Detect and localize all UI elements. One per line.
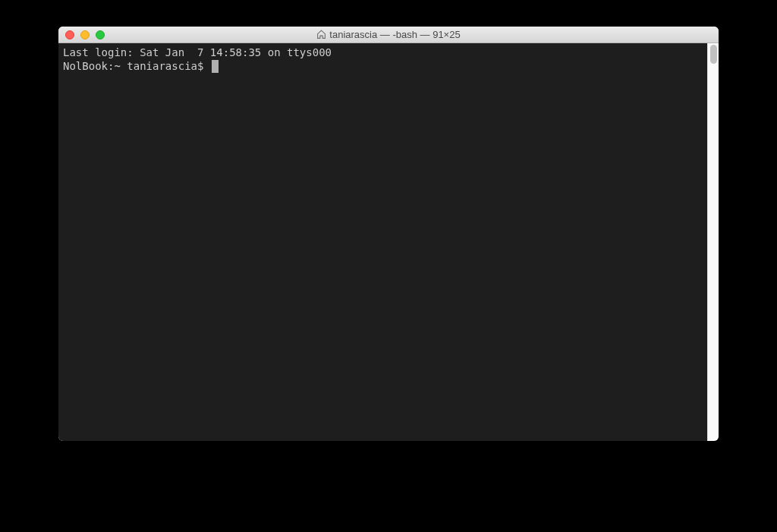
prompt-line: NolBook:~ taniarascia$ (63, 60, 703, 74)
terminal-content[interactable]: Last login: Sat Jan 7 14:58:35 on ttys00… (58, 43, 707, 441)
window-title: taniarascia — -bash — 91×25 (58, 29, 719, 40)
terminal-body: Last login: Sat Jan 7 14:58:35 on ttys00… (58, 43, 719, 441)
close-button[interactable] (65, 30, 74, 39)
terminal-window: taniarascia — -bash — 91×25 Last login: … (58, 27, 719, 441)
minimize-button[interactable] (80, 30, 90, 39)
scrollbar-thumb[interactable] (710, 45, 717, 64)
scrollbar-track[interactable] (707, 43, 719, 441)
home-icon (316, 30, 326, 39)
last-login-line: Last login: Sat Jan 7 14:58:35 on ttys00… (63, 46, 703, 60)
traffic-lights (58, 30, 105, 39)
window-title-text: taniarascia — -bash — 91×25 (329, 29, 460, 40)
prompt-text: NolBook:~ taniarascia$ (63, 60, 210, 74)
cursor (212, 60, 219, 73)
maximize-button[interactable] (96, 30, 105, 39)
titlebar[interactable]: taniarascia — -bash — 91×25 (58, 27, 719, 43)
